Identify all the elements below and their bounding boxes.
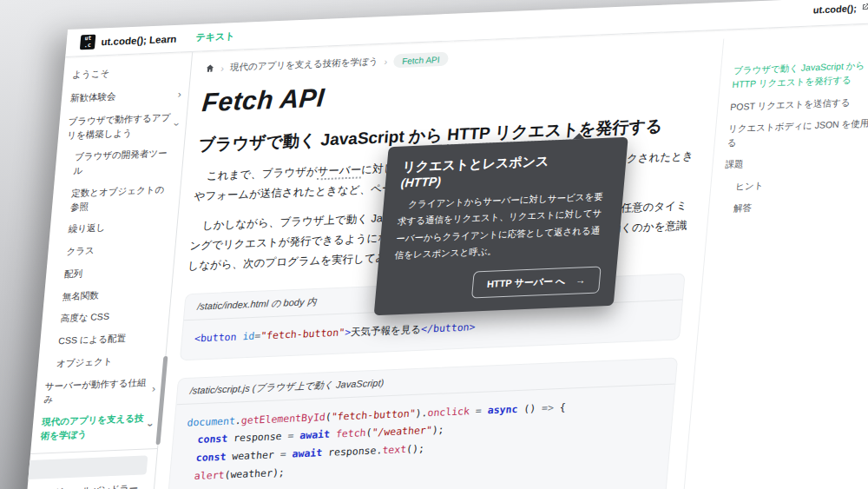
code-token: { [553, 400, 566, 413]
code-token: await [292, 446, 323, 459]
sidebar-item-label: CSS による配置 [58, 330, 161, 348]
sidebar-item-label: ようこそ [72, 63, 184, 82]
tooltip-button-label: HTTP サーバー へ [486, 274, 566, 291]
brand-title[interactable]: ut.code(); Learn [101, 33, 177, 47]
external-site-link[interactable]: ut.code(); [812, 3, 868, 16]
sidebar-item-label: クラス [66, 241, 168, 259]
code-token: ); [431, 424, 444, 437]
sidebar-item-label: ブラウザの開発者ツール [73, 147, 177, 178]
sidebar-item-label: 配列 [63, 263, 166, 281]
breadcrumb-current-badge[interactable]: Fetch API [393, 52, 450, 69]
external-site-link-label: ut.code(); [812, 3, 857, 15]
code-token: "fetch-button" [331, 406, 416, 422]
code-token: ). [415, 406, 428, 420]
sidebar-item-label: 定数とオブジェクトの参照 [69, 182, 174, 214]
glossary-tooltip: リクエストとレスポンス (HTTP) クライアントからサーバーに対しサービスを要… [374, 137, 628, 315]
sidebar-item[interactable]: ブラウザの開発者ツール [54, 142, 184, 183]
code-token: fetch [335, 426, 366, 439]
external-link-icon [860, 3, 868, 13]
site-logo[interactable]: ut .c [80, 35, 95, 50]
sidebar-divider [30, 447, 157, 453]
code-token: () [517, 401, 542, 414]
code-token: <button [194, 331, 237, 345]
tooltip-body: クライアントからサーバーに対しサービスを要求する通信をリクエスト、リクエストに対… [394, 188, 608, 265]
sidebar-item[interactable]: ブラウザで動作するアプリを構築しよう› [57, 106, 187, 148]
chevron-down-icon[interactable]: › [142, 423, 158, 427]
chevron-right-icon[interactable]: › [151, 381, 156, 397]
code-token: await [299, 428, 331, 441]
sidebar-active-highlight [29, 455, 148, 479]
code-block: /static/script.js (ブラウザ上で動く JavaScript)d… [166, 357, 678, 489]
code-token: alert [194, 468, 225, 481]
code-token: const [195, 451, 227, 464]
chevron-right-icon[interactable]: › [177, 86, 182, 102]
toc-list: ブラウザで動く JavaScript から HTTP リクエストを発行するPOS… [720, 57, 868, 215]
sidebar-item-label: モジュールバンドラー [44, 481, 147, 489]
code-token [185, 433, 198, 446]
toc-item[interactable]: 課題 [725, 151, 868, 171]
toc-item[interactable]: 解答 [733, 195, 868, 215]
sidebar-item-label: 現代のアプリを支える技術を学ぼう [40, 412, 147, 443]
code-token: async [487, 403, 518, 416]
page-title: Fetch API [201, 67, 704, 117]
tooltip-http-server-button[interactable]: HTTP サーバー へ → [471, 266, 602, 298]
code-token: response [227, 430, 288, 445]
sidebar-item-label: 高度な CSS [60, 308, 162, 327]
toc-item[interactable]: POST リクエストを送信する [730, 93, 868, 113]
code-token: response. [322, 444, 383, 459]
home-icon[interactable] [205, 63, 215, 74]
tooltip-pointer [573, 133, 586, 140]
sidebar-item-label: 無名関数 [62, 286, 164, 304]
arrow-right-icon: → [575, 274, 586, 285]
sidebar-item-label: 繰り返し [68, 219, 170, 237]
toc-item[interactable]: ブラウザで動く JavaScript から HTTP リクエストを発行する [732, 57, 868, 92]
breadcrumb-separator: › [220, 63, 225, 73]
sidebar-item[interactable]: 定数とオブジェクトの参照 [51, 178, 181, 220]
code-token: (weather); [224, 466, 285, 481]
code-token: onclick [427, 405, 470, 419]
code-token: = [469, 404, 488, 417]
sidebar-item[interactable]: サーバーが動作する仕組み› [34, 370, 164, 412]
code-token: 天気予報を見る [351, 323, 422, 338]
code-token: (); [406, 442, 425, 455]
toc-item[interactable]: リクエストボディに JSON を使用する [727, 116, 868, 150]
code-token: document [187, 414, 236, 428]
toc-item[interactable]: ヒント [735, 173, 868, 193]
tooltip-footer: HTTP サーバー へ → [391, 266, 602, 301]
code-token: "/weather" [372, 424, 432, 439]
tooltip-trigger-term[interactable]: サーバー [317, 164, 362, 181]
paragraph-text: これまで、ブラウザが [206, 166, 318, 182]
code-token: getElementById [240, 411, 326, 426]
code-token: text [382, 443, 407, 456]
code-token [183, 452, 196, 465]
nav-link-text[interactable]: テキスト [195, 30, 235, 44]
site-logo-text: .c [84, 42, 91, 48]
code-token: weather [226, 448, 281, 463]
sidebar-item-label: オブジェクト [56, 353, 158, 371]
code-token [182, 470, 195, 483]
app-window: ut .c ut.code(); Learn テキスト ut.code(); よ… [16, 0, 868, 489]
sidebar-item-label: サーバーが動作する仕組み [43, 375, 150, 406]
code-token: "fetch-button" [260, 326, 345, 341]
sidebar-item-label: 新歓体験会 [69, 88, 174, 106]
breadcrumb-section[interactable]: 現代のアプリを支える技術を学ぼう [229, 56, 378, 74]
section-heading-text: を発行する [578, 116, 663, 138]
sidebar-item[interactable]: 現代のアプリを支える技術を学ぼう› [31, 406, 161, 448]
breadcrumb-separator: › [384, 56, 388, 67]
code-token: const [197, 433, 228, 446]
chevron-down-icon[interactable]: › [169, 122, 185, 127]
code-token: </button> [421, 320, 477, 335]
sidebar-item-label: ブラウザで動作するアプリを構築しよう [67, 110, 174, 142]
